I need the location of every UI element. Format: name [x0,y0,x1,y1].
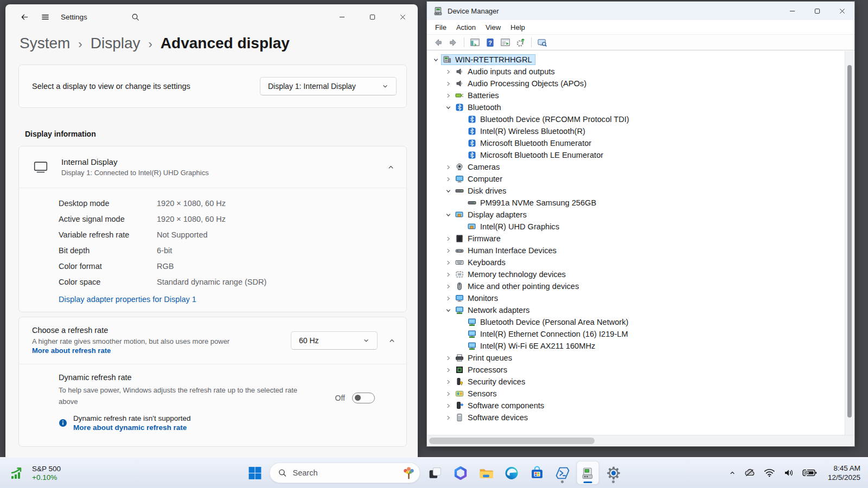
tree-item-body[interactable]: Intel(R) Wireless Bluetooth(R) [466,126,589,137]
tree-item[interactable]: Security devices [427,376,845,388]
maximize-button[interactable] [805,2,829,20]
expand-icon[interactable] [443,235,454,243]
search-input[interactable]: Search [270,463,420,483]
tree-item-selected[interactable]: WIN-RTETTRHHGRL [441,54,535,65]
tree-item-body[interactable]: Intel(R) UHD Graphics [466,221,563,232]
chevron-up-icon[interactable] [387,164,394,171]
menu-view[interactable]: View [481,21,506,34]
tree-item[interactable]: Batteries [427,89,845,101]
close-button[interactable] [387,4,418,29]
nav-menu-button[interactable] [36,9,54,25]
tree-item-body[interactable]: Microsoft Bluetooth LE Enumerator [466,150,607,160]
expand-icon[interactable] [443,247,454,255]
tree-item-body[interactable]: Audio Processing Objects (APOs) [454,78,590,89]
task-view-button[interactable] [424,461,446,484]
expand-icon[interactable] [443,68,454,76]
more-about-dynamic-refresh-link[interactable]: More about dynamic refresh rate [73,423,187,432]
minimize-button[interactable] [327,4,357,29]
chevron-up-button[interactable] [729,470,736,476]
tree-item-body[interactable]: Processors [454,364,510,375]
expand-icon[interactable] [443,366,454,374]
expand-icon[interactable] [443,80,454,88]
expand-icon[interactable] [443,402,454,410]
tree-item[interactable]: Keyboards [427,256,845,268]
collapse-icon[interactable] [443,211,454,219]
tree-item[interactable]: Bluetooth Device (Personal Area Network) [427,316,845,328]
microsoft-store-button[interactable] [526,461,548,484]
tree-item[interactable]: Intel(R) UHD Graphics [427,221,845,233]
tree-item-body[interactable]: Mice and other pointing devices [454,281,582,292]
close-button[interactable] [829,2,854,20]
tree-item-body[interactable]: Human Interface Devices [454,245,560,256]
tree-item-body[interactable]: Bluetooth Device (RFCOMM Protocol TDI) [466,114,633,125]
breadcrumb-item[interactable]: Display [91,35,141,52]
tree-item-body[interactable]: Computer [454,174,506,184]
menu-file[interactable]: File [430,21,451,34]
tree-item[interactable]: Audio inputs and outputs [427,66,845,78]
expand-icon[interactable] [443,414,454,422]
more-about-refresh-rate-link[interactable]: More about refresh rate [32,346,111,355]
tree-item[interactable]: Sensors [427,388,845,400]
tree-item-body[interactable]: Print queues [454,352,515,363]
tree-item-body[interactable]: Microsoft Bluetooth Enumerator [466,138,595,149]
expand-icon[interactable] [443,271,454,279]
breadcrumb-item[interactable]: System [20,35,70,52]
volume-button[interactable] [784,468,794,477]
scrollbar-thumb[interactable] [429,438,595,444]
back-button[interactable] [15,9,34,25]
export-list-button[interactable] [499,36,512,49]
tree-item-body[interactable]: Software components [454,400,547,411]
expand-icon[interactable] [443,390,454,398]
battery-charging-button[interactable] [802,468,817,477]
tree-item-body[interactable]: PM991a NVMe Samsung 256GB [466,197,599,208]
expand-icon[interactable] [443,259,454,267]
tree-item-body[interactable]: Bluetooth [454,102,505,113]
nav-forward-button[interactable] [446,36,460,49]
expand-icon[interactable] [443,294,454,303]
tree-item-body[interactable]: Batteries [454,90,502,101]
tree-item[interactable]: Mice and other pointing devices [427,280,845,292]
console-tree-button[interactable] [468,36,482,49]
display-adapter-properties-link[interactable]: Display adapter properties for Display 1 [59,295,196,304]
edge-button[interactable] [501,461,522,484]
remote-computer-button[interactable] [535,36,549,49]
copilot-button[interactable] [450,461,471,484]
tree-item[interactable]: Disk drives [427,185,845,197]
tree-item[interactable]: Microsoft Bluetooth Enumerator [427,137,845,149]
tree-item[interactable]: Intel(R) Ethernet Connection (16) I219-L… [427,328,845,340]
tree-item[interactable]: Software devices [427,412,845,423]
tree-item[interactable]: Monitors [427,292,845,304]
tree-item[interactable]: Cameras [427,161,845,173]
menu-help[interactable]: Help [506,21,530,34]
cloud-offline-button[interactable] [744,468,755,477]
settings-button[interactable] [603,461,624,484]
tree-item[interactable]: Network adapters [427,304,845,316]
tree-item-body[interactable]: Intel(R) Wi-Fi 6E AX211 160MHz [466,341,598,351]
tree-item-body[interactable]: Audio inputs and outputs [454,66,558,77]
tree-item[interactable]: Bluetooth Device (RFCOMM Protocol TDI) [427,113,845,125]
tree-item[interactable]: Audio Processing Objects (APOs) [427,78,845,89]
tree-item[interactable]: WIN-RTETTRHHGRL [427,54,845,66]
device-manager-button[interactable] [577,461,599,484]
horizontal-scrollbar[interactable] [427,435,854,446]
tree-item-body[interactable]: Memory technology devices [454,269,569,280]
tree-item[interactable]: Processors [427,364,845,376]
wifi-button[interactable] [764,468,775,477]
expand-icon[interactable] [443,163,454,171]
tree-item[interactable]: Human Interface Devices [427,245,845,256]
scrollbar-thumb[interactable] [847,65,852,418]
dynamic-refresh-toggle[interactable] [352,393,375,403]
tree-item[interactable]: Intel(R) Wireless Bluetooth(R) [427,125,845,137]
expand-icon[interactable] [443,354,454,362]
vertical-scrollbar[interactable] [845,51,854,435]
tree-item-body[interactable]: Firmware [454,233,504,244]
collapse-icon[interactable] [431,56,441,64]
maximize-button[interactable] [357,4,387,29]
tree-item[interactable]: Memory technology devices [427,268,845,280]
tree-item[interactable]: Computer [427,173,845,185]
start-button[interactable] [244,461,266,484]
clock[interactable]: 8:45 AM 12/5/2025 [828,464,860,483]
tree-item[interactable]: Bluetooth [427,101,845,113]
tree-item-body[interactable]: Network adapters [454,305,533,316]
powershell-button[interactable] [552,461,573,484]
